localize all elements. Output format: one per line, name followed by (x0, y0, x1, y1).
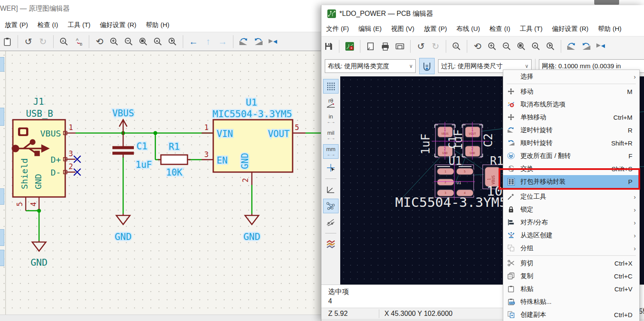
ctx-item-cut[interactable]: 剪切 Ctrl+X (503, 257, 639, 270)
rotate-cw-icon[interactable] (251, 34, 266, 49)
ctx-item-flip[interactable]: 更改所在面 / 翻转 F (503, 149, 639, 162)
refresh-icon[interactable]: ⟲ (470, 39, 485, 54)
measure-button[interactable] (323, 182, 339, 197)
contrast-mode-button[interactable] (323, 237, 339, 251)
sch-menu-preferences[interactable]: 偏好设置 (R) (95, 20, 141, 30)
board-setup-button[interactable] (342, 39, 357, 54)
move-icon (505, 114, 517, 121)
ctx-item-create-from-selection[interactable]: 从选区创建 › (503, 229, 639, 242)
curved-ratsnest-button[interactable] (323, 215, 339, 230)
submenu-arrow-icon: › (634, 245, 637, 252)
print-button[interactable] (378, 39, 393, 54)
ctx-item-select[interactable]: 选择 › (503, 70, 639, 83)
pcb-menu-file[interactable]: 文件 (F) (321, 24, 354, 34)
sch-menu-inspect[interactable]: 检查 (I) (33, 20, 63, 30)
nav-up-icon[interactable]: ↑ (201, 34, 215, 49)
undo-icon[interactable]: ↺ (21, 34, 36, 49)
zoom-selection-icon[interactable] (165, 34, 180, 49)
vbus-power-label: VBUS (112, 108, 134, 118)
power-symbol-gnd-j1[interactable]: GND (30, 241, 48, 268)
sch-menu-help[interactable]: 帮助 (H) (141, 20, 174, 30)
redo-icon[interactable]: ↻ (36, 34, 50, 49)
nav-forward-icon[interactable]: → (215, 34, 230, 49)
redo-icon[interactable]: ↻ (428, 39, 443, 54)
paste-icon[interactable] (0, 34, 15, 49)
schematic-canvas[interactable]: J1 USB_B VBUS D+ D- Shield GND 1 3 2 5 4… (0, 51, 321, 315)
rotate-ccw-icon[interactable] (564, 39, 579, 54)
ctx-item-copy[interactable]: 复制 Ctrl+C (503, 270, 639, 282)
ratsnest-toggle-button[interactable] (323, 199, 339, 213)
polar-coords-button[interactable]: rθ (323, 95, 339, 110)
cursor-shape-button[interactable] (323, 160, 339, 175)
u1-value: MIC5504-3.3YM5 (212, 109, 292, 119)
ctx-item-group[interactable]: 分组 › (503, 242, 639, 254)
refresh-icon[interactable]: ⟲ (92, 34, 107, 49)
ctx-item-move[interactable]: 移动 M (503, 85, 639, 98)
zoom-in-icon[interactable] (107, 34, 121, 49)
grid-toggle-button[interactable] (323, 79, 339, 94)
find-icon[interactable]: A (449, 39, 464, 54)
ctx-item-paste[interactable]: 粘贴 Ctrl+V (503, 282, 639, 295)
ctx-item-swap[interactable]: AB 交换 Shift+S (503, 162, 639, 175)
zoom-out-icon[interactable] (499, 39, 514, 54)
pcb-menu-preferences[interactable]: 偏好设置 (R) (547, 24, 593, 34)
track-width-select[interactable]: 布线: 使用网络类宽度 ∨ (325, 59, 416, 73)
sch-menu-place[interactable]: 放置 (P) (0, 20, 33, 30)
zoom-fit-icon[interactable] (514, 39, 529, 54)
pcb-menu-tools[interactable]: 工具 (T) (515, 24, 547, 34)
zoom-out-icon[interactable] (121, 34, 136, 49)
nav-back-icon[interactable]: ← (186, 34, 201, 49)
power-symbol-vbus[interactable]: VBUS (112, 108, 134, 133)
ctx-item-pack-and-move[interactable]: 打包并移动封装 P (503, 175, 639, 188)
mirror-icon[interactable] (266, 34, 280, 49)
pcb-menu-help[interactable]: 帮助 (H) (593, 24, 626, 34)
symbol-r1[interactable]: R1 10K (158, 142, 190, 178)
u1-pin-en: EN (217, 155, 227, 166)
j1-pin-vbus: VBUS (40, 128, 61, 139)
paste-special-icon: R42 (505, 298, 517, 305)
zoom-objects-icon[interactable] (151, 34, 165, 49)
find-icon[interactable]: A (57, 34, 71, 49)
submenu-arrow-icon: › (634, 206, 637, 213)
units-mm-button[interactable]: mm←→ (323, 144, 339, 159)
u1-num-1: 1 (204, 123, 209, 132)
ctx-item-positioning-tools[interactable]: 定位工具 › (503, 190, 639, 203)
power-symbol-gnd-u1[interactable]: GND (243, 214, 260, 242)
rotate-cw-icon[interactable] (579, 39, 593, 54)
zoom-selection-icon[interactable] (543, 39, 558, 54)
auto-track-width-toggle[interactable] (419, 58, 435, 74)
schematic-window-title: WER] — 原理图编辑器 (0, 4, 317, 15)
ctx-item-paste-special[interactable]: R42 特殊粘贴... (503, 295, 639, 308)
units-mils-button[interactable]: mil←→ (323, 128, 339, 142)
save-button[interactable] (321, 39, 336, 54)
ctx-item-lock[interactable]: 锁定 › (503, 203, 639, 216)
symbol-c1[interactable]: C1 1uF (112, 133, 152, 170)
ctx-item-unroute[interactable]: 取消布线所选项 (503, 98, 639, 111)
pcb-menu-place[interactable]: 放置 (P) (419, 24, 452, 34)
ctx-item-rotate-cw[interactable]: 顺时针旋转 Shift+R (503, 136, 639, 149)
symbol-u1-regulator[interactable]: U1 MIC5504-3.3YM5 VIN EN VOUT GND 1 3 5 … (202, 97, 305, 185)
u1-pin-gnd: GND (240, 153, 250, 169)
symbol-j1-usb-connector[interactable]: J1 USB_B VBUS D+ D- Shield GND 1 3 2 5 4 (12, 97, 81, 211)
zoom-in-icon[interactable] (485, 39, 499, 54)
copy-icon (505, 273, 517, 279)
ctx-item-align-distribute[interactable]: 对齐/分布 › (503, 216, 639, 229)
pcb-menu-edit[interactable]: 编辑 (E) (354, 24, 386, 34)
flip-icon[interactable] (593, 39, 608, 54)
ctx-item-rotate-ccw[interactable]: 逆时针旋转 R (503, 124, 639, 136)
ctx-item-duplicate[interactable]: 创建副本 Ctrl+D (503, 308, 639, 321)
zoom-fit-icon[interactable] (136, 34, 151, 49)
pcb-menu-route[interactable]: 布线 (U) (452, 24, 485, 34)
units-inches-button[interactable]: in←→ (323, 112, 339, 126)
plot-button[interactable] (393, 39, 407, 54)
power-symbol-gnd-c1[interactable]: GND (115, 214, 132, 242)
undo-icon[interactable]: ↺ (414, 39, 428, 54)
page-settings-button[interactable] (363, 39, 378, 54)
zoom-objects-icon[interactable] (529, 39, 543, 54)
rotate-ccw-icon[interactable] (236, 34, 251, 49)
ctx-item-move-individually[interactable]: 单独移动 Ctrl+M (503, 111, 639, 124)
pcb-menu-view[interactable]: 视图 (V) (387, 24, 419, 34)
find-replace-icon[interactable]: AB (71, 34, 86, 49)
pcb-menu-inspect[interactable]: 检查 (I) (485, 24, 515, 34)
sch-menu-tools[interactable]: 工具 (T) (63, 20, 95, 30)
